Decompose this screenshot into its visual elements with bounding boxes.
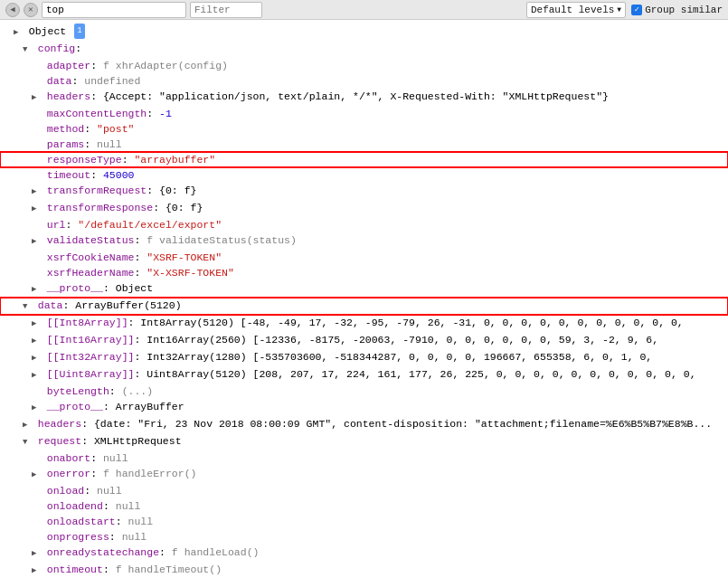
collapse-icon[interactable]: [23, 418, 32, 433]
row-key: data: [38, 299, 63, 311]
row-value: {date: "Fri, 23 Nov 2018 08:00:09 GMT", …: [94, 418, 712, 430]
toolbar-right: Default levels ▼ ✓ Group similar: [526, 2, 723, 18]
row-key: transformRequest: [47, 185, 147, 196]
collapse-icon[interactable]: [32, 234, 41, 250]
row-value: Int8Array(5120) [-48, -49, 17, -32, -95,…: [140, 317, 683, 328]
row-value: f handleLoad(): [172, 546, 260, 558]
row-key: responseType: [47, 154, 122, 166]
row-value: null: [128, 516, 154, 527]
toolbar: ◀ ✕ Default levels ▼ ✓ Group similar: [0, 0, 728, 20]
table-row[interactable]: headers: {Accept: "application/json, tex…: [0, 89, 728, 106]
row-value: f handleTimeout(): [116, 564, 222, 575]
row-value: "X-XSRF-TOKEN": [147, 267, 234, 279]
levels-arrow-icon: ▼: [617, 5, 621, 14]
table-row[interactable]: request: XMLHttpRequest: [0, 433, 728, 450]
row-value: XMLHttpRequest: [94, 435, 182, 447]
levels-label: Default levels: [531, 5, 614, 15]
table-row[interactable]: [[Int8Array]]: Int8Array(5120) [-48, -49…: [0, 315, 728, 332]
table-row[interactable]: onloadstart: null: [0, 514, 728, 529]
collapse-icon[interactable]: [32, 317, 41, 332]
row-key: onabort: [47, 452, 90, 464]
row-value: {0: f}: [159, 185, 196, 196]
table-row[interactable]: url: "/default/excel/export": [0, 217, 728, 232]
collapse-icon[interactable]: [32, 546, 41, 562]
table-row[interactable]: onloadend: null: [0, 498, 728, 514]
table-row[interactable]: transformRequest: {0: f}: [0, 183, 728, 200]
collapse-icon[interactable]: [23, 435, 32, 450]
collapse-icon[interactable]: [32, 368, 41, 384]
table-row[interactable]: data: undefined: [0, 73, 728, 89]
table-row[interactable]: headers: {date: "Fri, 23 Nov 2018 08:00:…: [0, 416, 728, 433]
row-value: "arraybuffer": [134, 154, 215, 166]
row-value: Object: [116, 282, 153, 294]
row-key: onloadend: [47, 500, 103, 512]
table-row[interactable]: params: null: [0, 137, 728, 152]
table-row[interactable]: [[Int16Array]]: Int16Array(2560) [-12336…: [0, 332, 728, 349]
row-key: onload: [47, 485, 84, 497]
row-key: maxContentLength: [47, 108, 147, 119]
group-similar-label[interactable]: ✓ Group similar: [631, 5, 723, 15]
stop-button[interactable]: ✕: [24, 3, 38, 17]
row-value: "XSRF-TOKEN": [147, 251, 222, 263]
table-row[interactable]: xsrfHeaderName: "X-XSRF-TOKEN": [0, 265, 728, 280]
table-row[interactable]: transformResponse: {0: f}: [0, 200, 728, 217]
levels-dropdown[interactable]: Default levels ▼: [526, 2, 626, 18]
collapse-icon[interactable]: [32, 564, 41, 578]
table-row[interactable]: [[Int32Array]]: Int32Array(1280) [-53570…: [0, 349, 728, 366]
collapse-icon[interactable]: [23, 299, 32, 315]
collapse-icon[interactable]: [32, 334, 41, 349]
table-row[interactable]: config:: [0, 41, 728, 58]
collapse-icon[interactable]: [32, 282, 41, 298]
table-row[interactable]: xsrfCookieName: "XSRF-TOKEN": [0, 250, 728, 265]
table-row[interactable]: ontimeout: f handleTimeout(): [0, 562, 728, 578]
row-value: "post": [97, 123, 134, 135]
row-key: xsrfHeaderName: [47, 267, 135, 279]
table-row[interactable]: maxContentLength: -1: [0, 106, 728, 121]
table-row[interactable]: onabort: null: [0, 450, 728, 466]
collapse-icon[interactable]: [14, 25, 23, 41]
table-row[interactable]: __proto__: Object: [0, 280, 728, 298]
row-key: adapter: [47, 60, 90, 71]
table-row[interactable]: byteLength: (...): [0, 384, 728, 399]
table-row[interactable]: validateStatus: f validateStatus(status): [0, 232, 728, 250]
table-row[interactable]: Object 1: [0, 24, 728, 41]
table-row[interactable]: onload: null: [0, 483, 728, 498]
row-value: f handleError(): [103, 468, 197, 479]
collapse-icon[interactable]: [32, 351, 41, 366]
collapse-icon[interactable]: [32, 90, 41, 106]
table-row[interactable]: onerror: f handleError(): [0, 466, 728, 483]
collapse-icon[interactable]: [32, 401, 41, 416]
json-tree: Object 1 config: adapter: f xhrAdapter(c…: [0, 20, 728, 578]
row-key: config: [38, 43, 75, 54]
table-row[interactable]: __proto__: ArrayBuffer: [0, 399, 728, 416]
row-key: params: [47, 138, 84, 150]
back-button[interactable]: ◀: [5, 3, 20, 17]
row-value: null: [116, 500, 141, 512]
row-value: ArrayBuffer: [116, 401, 184, 412]
table-row[interactable]: method: "post": [0, 121, 728, 137]
row-key: validateStatus: [47, 234, 135, 246]
table-row[interactable]: adapter: f xhrAdapter(config): [0, 58, 728, 73]
row-key: method: [47, 123, 84, 135]
row-value: null: [97, 138, 122, 150]
filter-input[interactable]: [190, 2, 262, 18]
group-similar-checkbox[interactable]: ✓: [631, 5, 642, 15]
table-row[interactable]: onprogress: null: [0, 529, 728, 545]
row-value: undefined: [84, 75, 140, 87]
collapse-icon[interactable]: [32, 202, 41, 217]
devtools-panel: ◀ ✕ Default levels ▼ ✓ Group similar Obj…: [0, 0, 728, 578]
response-type-row-config[interactable]: responseType: "arraybuffer": [0, 152, 728, 167]
row-value: 45000: [103, 169, 135, 181]
row-key: onreadystatechange: [47, 546, 159, 558]
data-arraybuffer-row[interactable]: data: ArrayBuffer(5120): [0, 298, 728, 315]
row-key: ontimeout: [47, 564, 103, 575]
row-key: timeout: [47, 169, 90, 181]
table-row[interactable]: timeout: 45000: [0, 167, 728, 183]
collapse-icon[interactable]: [32, 185, 41, 200]
breadcrumb-input[interactable]: [42, 2, 186, 18]
collapse-icon[interactable]: [23, 43, 32, 58]
table-row[interactable]: onreadystatechange: f handleLoad(): [0, 545, 728, 562]
row-value: null: [103, 452, 128, 464]
table-row[interactable]: [[Uint8Array]]: Uint8Array(5120) [208, 2…: [0, 366, 728, 384]
collapse-icon[interactable]: [32, 468, 41, 483]
